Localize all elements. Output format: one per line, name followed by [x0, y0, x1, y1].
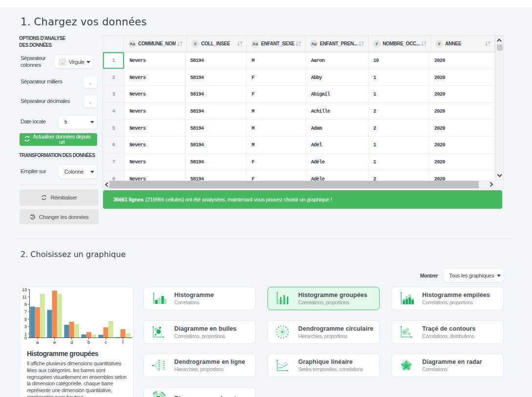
status-rows-count: 36661 lignes	[113, 197, 143, 202]
table-cell[interactable]: M	[246, 103, 306, 119]
table-cell[interactable]: 1	[368, 86, 430, 102]
chart-type-card-bubble-chart[interactable]: Diagramme en bulles Correlations, propor…	[143, 320, 256, 344]
table-cell[interactable]: F	[246, 154, 306, 170]
grouped-bar-preview-chart: 0135791113aedbcf	[20, 287, 133, 345]
chart-type-card-line-chart[interactable]: Graphique linéaire Series temporelles, c…	[267, 354, 380, 377]
table-cell[interactable]: 58194	[185, 103, 247, 119]
column-header-ENFANT_SEXE[interactable]: Aa ENFANT_SEXE	[247, 36, 306, 52]
scroll-down-button[interactable]	[495, 172, 503, 179]
table-cell[interactable]: 58194	[185, 171, 247, 180]
table-cell[interactable]: M	[246, 120, 306, 137]
sort-icon[interactable]	[237, 40, 243, 48]
row-number-cell[interactable]: 5	[103, 120, 124, 137]
table-cell[interactable]: Nevers	[124, 137, 185, 153]
sort-icon[interactable]	[485, 40, 491, 48]
column-header-ENFANT_PREN...[interactable]: Aa ENFANT_PREN...	[306, 36, 368, 52]
sort-icon[interactable]	[295, 40, 302, 48]
table-cell[interactable]: Nevers	[124, 86, 185, 102]
chart-type-card-sunburst[interactable]: Diagramme sunburst	[143, 387, 256, 397]
table-cell[interactable]: Adel	[306, 137, 368, 153]
row-number-cell[interactable]: 1	[103, 52, 124, 69]
table-cell[interactable]: Achille	[306, 103, 368, 119]
chart-type-tags: Correlations, distributions	[422, 333, 475, 339]
table-cell[interactable]: 2020	[430, 52, 495, 69]
table-cell[interactable]: Nevers	[124, 120, 185, 137]
chart-type-card-histogram[interactable]: Histogramme Correlations	[143, 287, 256, 310]
table-cell[interactable]: Aaron	[306, 52, 368, 69]
table-cell[interactable]: Nevers	[124, 154, 185, 170]
table-cell[interactable]: 2020	[430, 154, 495, 170]
date-locale-select[interactable]: fr	[59, 116, 97, 129]
line-chart-icon	[274, 357, 290, 374]
table-cell[interactable]: 2	[368, 120, 430, 137]
chart-type-card-stacked-histogram[interactable]: Histogramme empilées Correlations, propo…	[391, 287, 504, 310]
table-cell[interactable]: 2	[368, 171, 430, 180]
table-cell[interactable]: 2020	[430, 171, 495, 180]
decimals-separator-input[interactable]: .	[83, 95, 97, 108]
table-cell[interactable]: 2020	[430, 86, 495, 102]
table-cell[interactable]: F	[246, 69, 306, 86]
table-cell[interactable]: 58194	[185, 52, 247, 69]
table-cell[interactable]: Nevers	[124, 52, 185, 69]
chart-type-name: Histogramme empilées	[422, 292, 490, 298]
table-cell[interactable]: 2020	[430, 120, 495, 137]
thousands-separator-input[interactable]: ,	[83, 76, 97, 88]
sort-icon[interactable]	[421, 40, 427, 48]
vertical-scrollbar-thumb[interactable]	[497, 44, 503, 51]
table-cell[interactable]: 2020	[430, 103, 495, 119]
table-cell[interactable]: Adéle	[306, 154, 368, 170]
table-cell[interactable]: 2020	[430, 137, 495, 153]
table-cell[interactable]: 58194	[185, 154, 247, 170]
reset-button[interactable]: Réinitialiser	[20, 189, 99, 206]
table-cell[interactable]: 1	[368, 137, 430, 153]
column-separator-select[interactable]: , Virgule	[55, 55, 93, 68]
sort-icon[interactable]	[358, 40, 365, 48]
horizontal-scrollbar[interactable]	[103, 180, 495, 188]
refresh-from-url-button[interactable]: Actualiser données depuis url	[20, 133, 97, 146]
table-cell[interactable]: Nevers	[124, 103, 185, 119]
table-cell[interactable]: 58194	[185, 120, 247, 137]
table-cell[interactable]: 58194	[185, 69, 247, 86]
column-header-COLL_INSEE[interactable]: # COLL_INSEE	[187, 36, 247, 52]
column-header-ANNEE[interactable]: # ANNEE	[431, 36, 495, 52]
chart-type-card-radar-chart[interactable]: Diagramme en radar Correlations	[391, 354, 504, 377]
column-header-NOMBRE_OCC...[interactable]: # NOMBRE_OCC...	[368, 36, 431, 52]
row-number-cell[interactable]: 8	[103, 171, 124, 180]
table-cell[interactable]: Abby	[306, 69, 368, 86]
chart-type-card-contour-plot[interactable]: Traçé de contours Correlations, distribu…	[391, 320, 504, 344]
row-number-cell[interactable]: 3	[103, 86, 124, 102]
table-cell[interactable]: Abigaïl	[306, 86, 368, 102]
table-cell[interactable]: F	[246, 86, 306, 102]
chart-type-card-circular-dendrogram[interactable]: Dendrogramme circulaire Hierarchies, pro…	[267, 320, 380, 344]
row-number-cell[interactable]: 7	[103, 154, 124, 170]
scroll-right-button[interactable]	[488, 181, 494, 188]
table-cell[interactable]: 1	[368, 69, 430, 86]
stack-on-select[interactable]: Colonne	[59, 165, 97, 179]
row-number-cell[interactable]: 4	[103, 103, 124, 119]
row-number-cell[interactable]: 2	[103, 69, 124, 86]
table-cell[interactable]: 2020	[430, 69, 495, 86]
change-data-button[interactable]: Changer les données	[20, 209, 99, 224]
column-header-COMMUNE_NOM[interactable]: Aa COMMUNE_NOM	[124, 36, 187, 52]
table-cell[interactable]: M	[246, 137, 306, 153]
table-cell[interactable]: Nevers	[124, 171, 185, 180]
table-cell[interactable]: 58194	[185, 86, 247, 102]
scroll-up-button[interactable]	[495, 37, 503, 44]
table-cell[interactable]: F	[246, 171, 306, 180]
chart-type-card-linear-dendrogram[interactable]: Dendrogramme en ligne Hierarchies, propo…	[143, 354, 256, 377]
table-cell[interactable]: Adam	[306, 120, 368, 137]
chart-type-card-grouped-histogram[interactable]: Histogramme groupées Correlations, propo…	[267, 287, 380, 310]
table-cell[interactable]: 58194	[185, 137, 247, 153]
table-cell[interactable]: Adèle	[306, 171, 368, 180]
vertical-scrollbar[interactable]	[495, 36, 503, 180]
horizontal-scrollbar-thumb[interactable]	[109, 181, 479, 188]
table-cell[interactable]: 2	[368, 103, 430, 119]
table-cell[interactable]: M	[246, 52, 306, 69]
table-cell[interactable]: 1	[368, 154, 430, 170]
chart-filter-select[interactable]: Tous les graphiques	[443, 269, 504, 282]
table-row: 2Nevers58194FAbby12020	[103, 69, 495, 86]
table-cell[interactable]: Nevers	[124, 69, 185, 86]
sort-icon[interactable]	[177, 40, 183, 48]
row-number-cell[interactable]: 6	[103, 137, 124, 153]
table-cell[interactable]: 10	[368, 52, 430, 69]
